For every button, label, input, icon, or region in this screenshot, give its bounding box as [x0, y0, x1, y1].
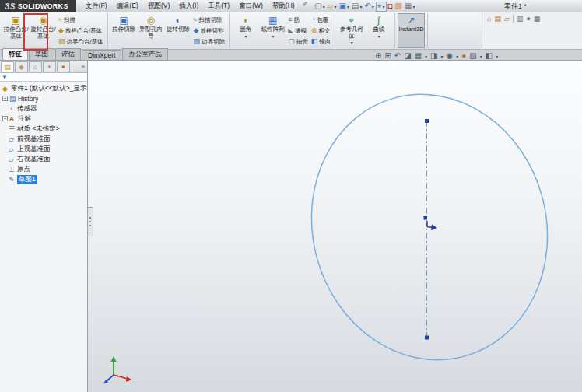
extruded-cut-button[interactable]: ▣ 拉伸切除 — [110, 13, 138, 48]
print-button[interactable]: ▤▾ — [351, 2, 363, 12]
rebuild-button[interactable]: ◘ — [387, 2, 394, 12]
graphics-viewport[interactable] — [88, 61, 582, 392]
propertymanager-tab[interactable]: ◆ — [15, 61, 28, 72]
displaymanager-icon: ● — [61, 63, 65, 71]
file-explorer-icon[interactable]: ▱ — [504, 15, 510, 23]
plane-icon: ▱ — [9, 145, 17, 153]
tree-item-origin[interactable]: ⊥ 原点 — [0, 164, 87, 174]
reference-geometry-button[interactable]: ⌖ 参考几何体 ▾ — [338, 13, 365, 48]
displaymanager-tab[interactable]: ● — [57, 61, 70, 72]
dimxpertmanager-icon: + — [47, 63, 51, 71]
previous-view-icon[interactable]: ↶ — [394, 52, 401, 60]
mirror-button[interactable]: ◧镜向 — [310, 37, 332, 47]
zoom-to-area-icon[interactable]: ⊞ — [384, 52, 391, 60]
chevron-down-icon[interactable]: ▾ — [496, 54, 498, 59]
menu-edit[interactable]: 编辑(E) — [112, 1, 143, 12]
open-button[interactable]: ▱▾ — [327, 2, 338, 12]
edit-appearance-icon[interactable]: ● — [461, 52, 466, 60]
appearances-scenes-icon[interactable]: ● — [526, 15, 530, 23]
tab-dimxpert[interactable]: DimXpert — [82, 50, 121, 60]
tree-item-right-plane[interactable]: ▱ 右视基准面 — [0, 154, 87, 164]
view-palette-icon[interactable]: ▥ — [517, 15, 524, 23]
tab-office-products[interactable]: 办公室产品 — [122, 48, 168, 60]
display-settings-button[interactable]: ▦▾ — [404, 2, 415, 12]
button-label: 放样切割 — [201, 27, 224, 35]
button-label: 拉伸凸台/基体 — [3, 26, 29, 40]
view-orientation-icon[interactable]: ▦ — [415, 52, 422, 60]
menu-help[interactable]: 帮助(H) — [268, 1, 300, 12]
undo-button[interactable]: ↶▾ — [363, 2, 374, 12]
ribbon-small-column: ◔包覆 ⊗相交 ◧镜向 — [310, 13, 333, 48]
custom-properties-icon[interactable]: ▦ — [534, 15, 541, 23]
save-button[interactable]: ▣▾ — [338, 2, 350, 12]
tree-item-history[interactable]: + ▤ History — [0, 93, 87, 103]
tree-filter-row[interactable]: ▼ — [0, 73, 87, 82]
curves-button[interactable]: ∫ 曲线 ▾ — [365, 13, 392, 48]
menu-file[interactable]: 文件(F) — [81, 1, 112, 12]
expand-icon[interactable]: + — [2, 116, 8, 121]
panel-splitter-handle[interactable] — [87, 207, 93, 236]
boundary-boss-button[interactable]: ▧边界凸台/基体 — [58, 37, 104, 47]
tree-item-front-plane[interactable]: ▱ 前视基准面 — [0, 134, 87, 144]
featuremanager-tree-tab[interactable]: ▤ — [1, 61, 14, 72]
chevron-down-icon[interactable]: ▾ — [425, 54, 427, 59]
display-style-icon[interactable]: ◨ — [430, 52, 437, 60]
menu-window[interactable]: 窗口(W) — [234, 1, 268, 12]
document-title: 零件1 * — [504, 2, 527, 12]
section-view-icon[interactable]: ◪ — [404, 52, 411, 60]
hole-wizard-button[interactable]: ◎ 异型孔向导 — [138, 13, 165, 48]
menu-view[interactable]: 视图(V) — [143, 1, 174, 12]
revolved-boss-button[interactable]: ◉ 旋转凸台/基体 — [30, 13, 57, 48]
tree-item-material[interactable]: ☰ 材质 <未指定> — [0, 124, 87, 134]
tree-item-sketch1[interactable]: ✎ 草图1 — [0, 174, 87, 184]
ribbon-group-instant3d: ↗ Instant3D — [395, 13, 428, 48]
lofted-cut-button[interactable]: ◆放样切割 — [193, 26, 226, 36]
apply-scene-icon[interactable]: ▨ — [469, 52, 476, 60]
lofted-boss-button[interactable]: ◆放样凸台/基体 — [58, 26, 104, 36]
new-icon: ▢ — [314, 2, 321, 10]
design-library-icon[interactable]: ▤ — [494, 15, 501, 23]
swept-cut-button[interactable]: ≈扫描切除 — [193, 15, 226, 25]
tree-item-annotations[interactable]: + A 注解 — [0, 114, 87, 124]
menu-pin-icon[interactable]: ✐ — [303, 1, 308, 12]
zoom-to-fit-icon[interactable]: ⊕ — [375, 52, 381, 60]
rib-button[interactable]: ≡筋 — [287, 15, 309, 25]
options-button[interactable]: ▥ — [394, 2, 403, 12]
menu-insert[interactable]: 插入(I) — [174, 1, 203, 12]
fillet-button[interactable]: ◗ 圆角 ▾ — [232, 13, 259, 48]
tab-features[interactable]: 特征 — [2, 48, 28, 60]
wrap-button[interactable]: ◔包覆 — [310, 15, 332, 25]
tree-root-part[interactable]: ◆ 零件1 (默认<<默认>_显示状 — [0, 83, 87, 93]
new-button[interactable]: ▢▾ — [314, 2, 325, 12]
configurationmanager-tab[interactable]: ⌂ — [29, 61, 42, 72]
button-label: 曲线 — [373, 26, 384, 33]
heads-up-view-toolbar: ⊕ ⊞ ↶ ◪ ▦▾ ◨▾ ◉▾ ● ▨▾ ◧▾ — [375, 51, 498, 61]
tree-item-sensors[interactable]: ◔ 传感器 — [0, 103, 87, 114]
boundary-cut-button[interactable]: ▨边界切除 — [193, 37, 226, 47]
select-button[interactable]: ⌖▾ — [376, 2, 387, 12]
solidworks-resources-icon[interactable]: ⌂ — [487, 15, 491, 23]
revolved-cut-button[interactable]: ◐ 旋转切除 — [165, 13, 192, 48]
tab-evaluate[interactable]: 评估 — [55, 48, 81, 60]
chevron-down-icon[interactable]: ▾ — [480, 54, 482, 59]
chevron-down-icon: ▾ — [359, 4, 362, 9]
tab-sketch[interactable]: 草图 — [29, 48, 54, 60]
swept-boss-button[interactable]: ≈扫描 — [58, 15, 104, 25]
menu-tools[interactable]: 工具(T) — [203, 1, 234, 12]
ribbon-group-pattern: ◗ 圆角 ▾ ▦ 线性阵列 ▾ ≡筋 ◣拔模 ▢抽壳 ◔包覆 ⊗相交 ◧镜向 — [230, 13, 335, 48]
linear-pattern-button[interactable]: ▦ 线性阵列 ▾ — [259, 13, 286, 48]
expand-icon[interactable]: + — [2, 96, 8, 101]
draft-button[interactable]: ◣拔模 — [287, 26, 309, 36]
shell-button[interactable]: ▢抽壳 — [287, 37, 309, 47]
panel-overflow-chevron-icon[interactable]: » — [82, 63, 86, 70]
hide-show-items-icon[interactable]: ◉ — [447, 52, 454, 60]
tree-item-top-plane[interactable]: ▱ 上视基准面 — [0, 144, 87, 154]
view-settings-icon[interactable]: ◧ — [486, 52, 493, 60]
sketch-point-bottom — [425, 336, 429, 340]
instant3d-button[interactable]: ↗ Instant3D — [398, 13, 425, 48]
intersect-button[interactable]: ⊗相交 — [310, 26, 332, 36]
chevron-down-icon[interactable]: ▾ — [456, 54, 458, 59]
extruded-boss-button[interactable]: ▣ 拉伸凸台/基体 — [2, 13, 30, 48]
dimxpertmanager-tab[interactable]: + — [43, 61, 56, 72]
chevron-down-icon[interactable]: ▾ — [441, 54, 444, 59]
